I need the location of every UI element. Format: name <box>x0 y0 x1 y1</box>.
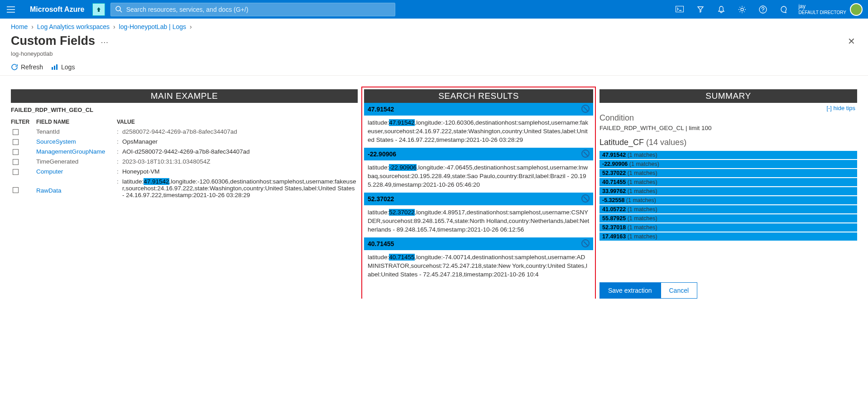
search-results-scroll[interactable]: 47.91542latitude:47.91542,longitude:-120… <box>364 103 593 299</box>
logs-button[interactable]: Logs <box>51 63 75 71</box>
edit-icon[interactable] <box>581 105 590 113</box>
result-body: latitude:40.71455,longitude:-74.00714,de… <box>364 250 593 281</box>
search-box[interactable] <box>110 3 395 16</box>
value-cell: :d2580072-9442-4269-a7b8-8afec34407ad <box>117 128 358 135</box>
summary-bar[interactable]: 47.91542 (1 matches) <box>599 151 857 159</box>
record-type: FAILED_RDP_WITH_GEO_CL <box>11 103 358 117</box>
highlighted-value: 47.91542 <box>389 119 414 126</box>
field-name-cell: TimeGenerated <box>36 158 117 165</box>
field-name-cell[interactable]: Computer <box>36 168 117 175</box>
refresh-icon <box>11 63 18 71</box>
crumb-workspaces[interactable]: Log Analytics workspaces <box>37 23 110 30</box>
value-cell: :Honeypot-VM <box>117 168 358 175</box>
table-row: SourceSystem:OpsManager <box>11 137 358 147</box>
filter-checkbox[interactable] <box>13 149 19 155</box>
filter-checkbox[interactable] <box>13 139 19 145</box>
summary-bar[interactable]: 55.87925 (1 matches) <box>599 214 857 222</box>
summary-bar[interactable]: 33.99762 (1 matches) <box>599 187 857 195</box>
filter-checkbox[interactable] <box>13 187 19 193</box>
filter-checkbox[interactable] <box>13 159 19 165</box>
crumb-logs[interactable]: log-HoneypotLab | Logs <box>119 23 186 30</box>
th-value: VALUE <box>117 119 358 125</box>
account-menu[interactable]: jay DEFAULT DIRECTORY <box>795 3 866 16</box>
summary-bar[interactable]: 17.49163 (1 matches) <box>599 232 857 241</box>
filter-icon[interactable] <box>691 0 710 19</box>
summary-bar[interactable]: -22.90906 (1 matches) <box>599 160 857 168</box>
logs-icon <box>51 63 58 71</box>
save-extraction-button[interactable]: Save extraction <box>599 282 661 299</box>
value-cell: :AOI-d2580072-9442-4269-a7b8-8afec34407a… <box>117 148 358 155</box>
field-name-cell: TenantId <box>36 128 117 135</box>
account-name: jay <box>799 3 846 10</box>
search-result-item: -22.90906latitude:-22.90906,longitude:-4… <box>364 148 593 192</box>
summary-bar[interactable]: 52.37018 (1 matches) <box>599 223 857 232</box>
summary-header: SUMMARY <box>599 89 857 103</box>
main-example-column: MAIN EXAMPLE FAILED_RDP_WITH_GEO_CL FILT… <box>11 89 358 299</box>
table-row: Computer:Honeypot-VM <box>11 167 358 177</box>
svg-rect-4 <box>52 67 53 70</box>
filter-checkbox[interactable] <box>13 129 19 135</box>
summary-column: SUMMARY [-] hide tips Condition FAILED_R… <box>599 89 857 299</box>
value-cell: :2023-03-18T10:31:31.0348054Z <box>117 158 358 165</box>
cloud-shell-icon[interactable] <box>670 0 689 19</box>
brand[interactable]: Microsoft Azure <box>22 5 92 14</box>
table-row: ManagementGroupName:AOI-d2580072-9442-42… <box>11 147 358 157</box>
result-body: latitude:47.91542,longitude:-120.60306,d… <box>364 116 593 147</box>
table-header: FILTER FIELD NAME VALUE <box>11 117 358 127</box>
edit-icon[interactable] <box>581 239 590 247</box>
summary-buttons: Save extraction Cancel <box>599 282 697 299</box>
feedback-icon[interactable] <box>774 0 793 19</box>
search-input[interactable] <box>126 6 390 13</box>
search-result-item: 52.37022latitude:52.37022,longitude:4.89… <box>364 193 593 237</box>
menu-icon[interactable] <box>0 6 22 13</box>
edit-icon[interactable] <box>581 194 590 203</box>
result-header: 52.37022 <box>364 193 593 205</box>
highlighted-value: 47.91542 <box>144 178 169 185</box>
field-name-cell[interactable]: SourceSystem <box>36 138 117 145</box>
top-bar: Microsoft Azure jay DEFAULT DIRECTORY <box>0 0 868 19</box>
summary-bar[interactable]: 40.71455 (1 matches) <box>599 178 857 186</box>
help-icon[interactable] <box>753 0 772 19</box>
field-count: (14 values) <box>646 138 686 147</box>
highlighted-value: 52.37022 <box>389 209 414 216</box>
account-directory: DEFAULT DIRECTORY <box>799 10 846 16</box>
condition-label: Condition <box>599 112 857 125</box>
table-row: RawData:latitude:47.91542,longitude:-120… <box>11 177 358 200</box>
field-heading: Latitude_CF (14 values) <box>599 136 857 151</box>
result-body: latitude:52.37022,longitude:4.89517,dest… <box>364 205 593 237</box>
refresh-button[interactable]: Refresh <box>11 63 43 71</box>
summary-bar[interactable]: 41.05722 (1 matches) <box>599 205 857 213</box>
page-title: Custom Fields <box>11 34 95 48</box>
result-header: 40.71455 <box>364 237 593 250</box>
page-header: Custom Fields … ✕ <box>0 30 868 50</box>
summary-scroll[interactable]: [-] hide tips Condition FAILED_RDP_WITH_… <box>599 103 857 271</box>
logs-label: Logs <box>61 63 75 71</box>
page-subtitle: log-honeypotlab <box>0 50 868 57</box>
upgrade-button[interactable] <box>92 3 105 16</box>
content-grid: MAIN EXAMPLE FAILED_RDP_WITH_GEO_CL FILT… <box>0 89 868 299</box>
search-result-item: 47.91542latitude:47.91542,longitude:-120… <box>364 103 593 147</box>
field-name-cell[interactable]: RawData <box>36 178 117 194</box>
result-header: -22.90906 <box>364 148 593 160</box>
table-row: TimeGenerated:2023-03-18T10:31:31.034805… <box>11 157 358 167</box>
hide-tips-link[interactable]: [-] hide tips <box>826 105 855 111</box>
condition-value: FAILED_RDP_WITH_GEO_CL | limit 100 <box>599 125 857 136</box>
field-name-cell[interactable]: ManagementGroupName <box>36 148 117 155</box>
th-field: FIELD NAME <box>36 119 117 125</box>
notifications-icon[interactable] <box>712 0 731 19</box>
search-icon <box>115 6 122 13</box>
settings-icon[interactable] <box>733 0 752 19</box>
close-icon[interactable]: ✕ <box>846 34 857 48</box>
more-icon[interactable]: … <box>101 36 109 45</box>
summary-bar[interactable]: -5.32558 (1 matches) <box>599 196 857 204</box>
crumb-home[interactable]: Home <box>11 23 28 30</box>
svg-point-0 <box>116 6 120 11</box>
topbar-icons: jay DEFAULT DIRECTORY <box>670 0 868 19</box>
summary-bar[interactable]: 52.37022 (1 matches) <box>599 169 857 177</box>
search-results-header: SEARCH RESULTS <box>364 89 593 103</box>
filter-checkbox[interactable] <box>13 169 19 175</box>
cancel-button[interactable]: Cancel <box>661 282 698 299</box>
edit-icon[interactable] <box>581 150 590 158</box>
search-results-column: SEARCH RESULTS 47.91542latitude:47.91542… <box>364 89 593 299</box>
svg-rect-6 <box>56 64 58 70</box>
